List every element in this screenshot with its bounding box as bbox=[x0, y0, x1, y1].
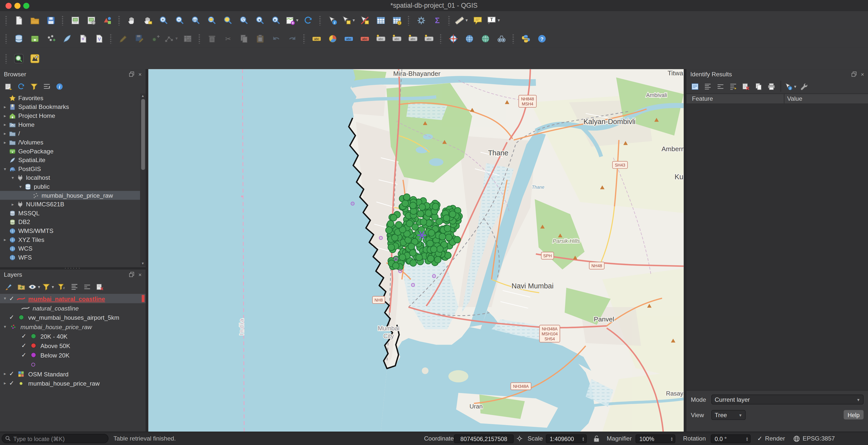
identify-features-button[interactable]: i bbox=[325, 13, 340, 27]
zoom-to-selection-button[interactable] bbox=[221, 13, 235, 27]
toggle-editing-button[interactable] bbox=[116, 31, 130, 46]
crs-status[interactable]: EPSG:3857 bbox=[803, 435, 835, 442]
close-panel-icon[interactable]: × bbox=[137, 71, 144, 77]
browser-item-mumbai-house-price-raw[interactable]: mumbai_house_price_raw bbox=[0, 191, 140, 200]
expand-tree-button[interactable] bbox=[702, 81, 714, 92]
mode-select[interactable]: Current layer ▼ bbox=[711, 394, 864, 405]
refresh-browser-button[interactable] bbox=[16, 81, 27, 92]
add-feature-button[interactable] bbox=[148, 31, 162, 46]
move-label-button[interactable]: abc bbox=[390, 31, 404, 46]
add-group-button[interactable] bbox=[16, 281, 27, 293]
browser-item-geopackage[interactable]: GeoPackage bbox=[0, 147, 140, 156]
toolbar-grip[interactable] bbox=[319, 15, 321, 25]
change-label-properties-button[interactable]: abc bbox=[422, 31, 436, 46]
spinner-icons[interactable]: ▲▼ bbox=[746, 437, 748, 441]
expander-icon[interactable]: ▸ bbox=[2, 381, 8, 386]
measure-line-button[interactable]: ▼ bbox=[454, 13, 469, 27]
zoom-next-button[interactable]: ▸ bbox=[269, 13, 283, 27]
coordinate-input[interactable]: 8074506,2157508 bbox=[454, 434, 514, 443]
open-project-button[interactable] bbox=[27, 13, 42, 27]
layer-checkbox[interactable]: ✓ bbox=[20, 351, 28, 358]
expander-icon[interactable]: ▸ bbox=[2, 237, 8, 242]
toolbar-grip[interactable] bbox=[303, 34, 305, 43]
new-spatialite-layer-button[interactable] bbox=[59, 31, 74, 46]
browser-item-nuimcs621b[interactable]: ▸NUIMCS621B bbox=[0, 200, 140, 209]
search-layers-button[interactable] bbox=[494, 31, 508, 46]
filter-by-expression-button[interactable]: ε bbox=[56, 281, 68, 293]
browser-item-localhost[interactable]: ▾localhost bbox=[0, 173, 140, 182]
expand-new-results-button[interactable] bbox=[727, 81, 739, 92]
map-tips-button[interactable] bbox=[470, 13, 485, 27]
magnifier-spinner[interactable]: 100% ▲▼ bbox=[636, 434, 675, 443]
expander-icon[interactable]: ▸ bbox=[2, 113, 8, 118]
pin-labels-button[interactable]: abc bbox=[358, 31, 372, 46]
properties-widget-button[interactable]: i bbox=[54, 81, 65, 92]
layer-checkbox[interactable]: ✓ bbox=[8, 380, 16, 387]
expand-all-button[interactable] bbox=[69, 281, 80, 293]
toolbar-grip[interactable] bbox=[512, 34, 515, 43]
float-panel-icon[interactable] bbox=[128, 71, 135, 77]
expander-icon[interactable]: ▾ bbox=[2, 324, 8, 329]
browser-item-wcs[interactable]: WCS bbox=[0, 244, 140, 253]
expander-icon[interactable]: ▾ bbox=[2, 166, 8, 171]
map-canvas[interactable]: NH848MSH4SH43SPHNH48NH348AMSH104SH54NH34… bbox=[149, 69, 684, 432]
toolbar-grip[interactable] bbox=[61, 15, 64, 25]
toolbar-grip[interactable] bbox=[5, 34, 8, 43]
copy-features-button[interactable] bbox=[237, 31, 251, 46]
panel-splitter[interactable]: ······ bbox=[0, 267, 146, 269]
cut-features-button[interactable]: ✂ bbox=[221, 31, 235, 46]
select-features-button[interactable]: ▼ bbox=[341, 13, 355, 27]
zoom-last-button[interactable]: ◂ bbox=[253, 13, 267, 27]
browser-item-mssql[interactable]: SQLMSSQL bbox=[0, 209, 140, 218]
help-button[interactable]: Help bbox=[844, 410, 864, 419]
locate-search-input[interactable]: Type to locate (⌘K) bbox=[2, 434, 109, 443]
statistics-summary-button[interactable]: Σ bbox=[430, 13, 444, 27]
render-checkbox[interactable]: ✓ bbox=[757, 435, 763, 442]
open-layer-styling-button[interactable] bbox=[3, 281, 14, 293]
pan-map-button[interactable] bbox=[124, 13, 139, 27]
toolbar-grip[interactable] bbox=[198, 34, 201, 43]
toolbar-grip[interactable] bbox=[5, 54, 8, 63]
browser-item--[interactable]: ▸/ bbox=[0, 129, 140, 138]
browser-item-xyz-tiles[interactable]: ▸XYZ Tiles bbox=[0, 235, 140, 244]
close-panel-icon[interactable]: × bbox=[137, 271, 144, 278]
layer-labeling-button[interactable]: abc bbox=[309, 31, 323, 46]
scroll-down-icon[interactable]: ▼ bbox=[140, 261, 146, 266]
redo-button[interactable] bbox=[285, 31, 299, 46]
layer-checkbox[interactable]: ✓ bbox=[8, 370, 16, 377]
expander-icon[interactable]: ▸ bbox=[2, 371, 8, 376]
browser-item-project-home[interactable]: ▸Project Home bbox=[0, 111, 140, 120]
spinner-icons[interactable]: ▲▼ bbox=[582, 437, 585, 441]
layer-checkbox[interactable]: ✓ bbox=[20, 342, 28, 349]
open-attribute-table-button[interactable] bbox=[373, 13, 388, 27]
float-panel-icon[interactable] bbox=[128, 271, 135, 278]
zoom-to-layer-button[interactable] bbox=[237, 13, 251, 27]
zoom-native-button[interactable]: 1:1 bbox=[188, 13, 203, 27]
print-selected-html-button[interactable] bbox=[766, 81, 777, 92]
browser-scrollbar[interactable]: ▲ ▼ bbox=[140, 93, 146, 266]
layer-checkbox[interactable]: ✓ bbox=[8, 314, 16, 321]
layer-item-vw-mumbai-houses-airport-5km[interactable]: ✓vw_mumbai_houses_airport_5km bbox=[0, 313, 146, 322]
highlight-pinned-labels-button[interactable]: abc bbox=[373, 31, 388, 46]
zoom-out-button[interactable]: − bbox=[173, 13, 187, 27]
toolbar-grip[interactable] bbox=[439, 34, 442, 43]
new-project-button[interactable] bbox=[11, 13, 26, 27]
expander-icon[interactable]: ▸ bbox=[2, 104, 8, 109]
clear-results-button[interactable] bbox=[740, 81, 752, 92]
identify-settings-button[interactable] bbox=[798, 81, 810, 92]
new-virtual-layer-button[interactable]: V bbox=[92, 31, 106, 46]
layer-item-mumbai-natural-coastline[interactable]: ▾✓mumbai_natural_coastline bbox=[0, 294, 146, 303]
layer-item-mumbai-house-price-raw[interactable]: ▾mumbai_house_price_raw bbox=[0, 322, 146, 331]
save-layer-edits-button[interactable] bbox=[132, 31, 147, 46]
toolbar-grip[interactable] bbox=[110, 34, 113, 43]
browser-item-spatialite[interactable]: SpatiaLite bbox=[0, 155, 140, 164]
scrollbar-thumb[interactable] bbox=[141, 99, 145, 170]
deselect-features-button[interactable] bbox=[358, 13, 372, 27]
layer-item-natural-coastline[interactable]: natural_coastline bbox=[0, 303, 146, 313]
layer-item-mumbai-house-price-raw[interactable]: ▸✓mumbai_house_price_raw bbox=[0, 378, 146, 388]
wms-service-button[interactable] bbox=[462, 31, 476, 46]
crs-globe-icon[interactable] bbox=[793, 435, 800, 443]
save-project-button[interactable] bbox=[43, 13, 58, 27]
expander-icon[interactable]: ▾ bbox=[10, 175, 16, 180]
layer-item-symbol[interactable] bbox=[0, 360, 146, 369]
